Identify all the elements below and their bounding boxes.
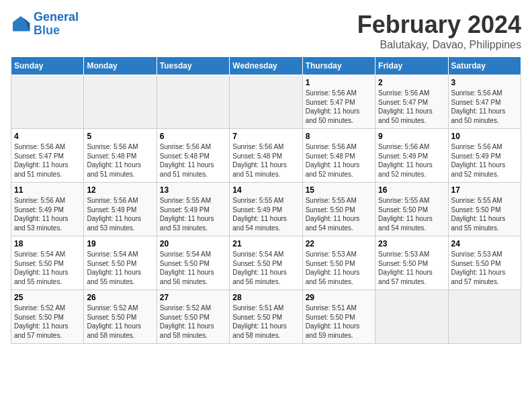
day-info: Sunrise: 5:56 AM Sunset: 5:49 PM Dayligh… (87, 196, 153, 232)
day-info: Sunrise: 5:54 AM Sunset: 5:50 PM Dayligh… (87, 250, 153, 286)
month-year: February 2024 (357, 11, 521, 39)
week-row-3: 11Sunrise: 5:56 AM Sunset: 5:49 PM Dayli… (11, 183, 521, 236)
day-info: Sunrise: 5:56 AM Sunset: 5:47 PM Dayligh… (378, 89, 445, 125)
day-number: 24 (451, 239, 518, 248)
day-number: 23 (378, 239, 445, 248)
day-number: 22 (306, 239, 372, 248)
day-cell: 21Sunrise: 5:54 AM Sunset: 5:50 PM Dayli… (230, 236, 302, 290)
day-info: Sunrise: 5:56 AM Sunset: 5:48 PM Dayligh… (87, 142, 153, 179)
day-cell: 9Sunrise: 5:56 AM Sunset: 5:49 PM Daylig… (375, 129, 448, 183)
day-number: 19 (87, 239, 153, 248)
day-number: 2 (378, 78, 445, 87)
day-number: 15 (306, 185, 372, 195)
day-cell: 7Sunrise: 5:56 AM Sunset: 5:48 PM Daylig… (230, 129, 302, 183)
day-number: 20 (160, 239, 226, 248)
day-cell: 14Sunrise: 5:55 AM Sunset: 5:49 PM Dayli… (230, 183, 302, 236)
day-number: 27 (160, 293, 226, 302)
week-row-2: 4Sunrise: 5:56 AM Sunset: 5:47 PM Daylig… (11, 129, 521, 183)
day-cell: 10Sunrise: 5:56 AM Sunset: 5:49 PM Dayli… (448, 129, 521, 183)
day-info: Sunrise: 5:52 AM Sunset: 5:50 PM Dayligh… (160, 304, 226, 340)
day-cell: 17Sunrise: 5:55 AM Sunset: 5:50 PM Dayli… (448, 183, 521, 236)
day-number: 26 (87, 293, 153, 302)
day-number: 1 (306, 78, 372, 87)
day-info: Sunrise: 5:54 AM Sunset: 5:50 PM Dayligh… (232, 250, 299, 286)
day-info: Sunrise: 5:55 AM Sunset: 5:50 PM Dayligh… (306, 196, 372, 232)
logo-icon (11, 14, 31, 34)
logo: General Blue (11, 11, 79, 38)
day-info: Sunrise: 5:55 AM Sunset: 5:50 PM Dayligh… (451, 196, 518, 232)
day-info: Sunrise: 5:56 AM Sunset: 5:48 PM Dayligh… (160, 142, 226, 179)
day-info: Sunrise: 5:54 AM Sunset: 5:50 PM Dayligh… (160, 250, 226, 286)
day-cell: 29Sunrise: 5:51 AM Sunset: 5:50 PM Dayli… (302, 290, 375, 344)
day-info: Sunrise: 5:56 AM Sunset: 5:48 PM Dayligh… (232, 142, 299, 179)
day-cell: 2Sunrise: 5:56 AM Sunset: 5:47 PM Daylig… (375, 75, 448, 129)
day-cell: 19Sunrise: 5:54 AM Sunset: 5:50 PM Dayli… (84, 236, 157, 290)
day-cell: 25Sunrise: 5:52 AM Sunset: 5:50 PM Dayli… (11, 290, 84, 344)
day-cell: 8Sunrise: 5:56 AM Sunset: 5:48 PM Daylig… (302, 129, 375, 183)
day-info: Sunrise: 5:53 AM Sunset: 5:50 PM Dayligh… (378, 250, 445, 286)
day-number: 7 (232, 132, 299, 141)
day-cell: 20Sunrise: 5:54 AM Sunset: 5:50 PM Dayli… (157, 236, 229, 290)
day-info: Sunrise: 5:54 AM Sunset: 5:50 PM Dayligh… (14, 250, 81, 286)
day-cell: 12Sunrise: 5:56 AM Sunset: 5:49 PM Dayli… (84, 183, 157, 236)
day-info: Sunrise: 5:56 AM Sunset: 5:49 PM Dayligh… (14, 196, 81, 232)
day-number: 8 (306, 132, 372, 141)
day-number: 5 (87, 132, 153, 141)
day-info: Sunrise: 5:52 AM Sunset: 5:50 PM Dayligh… (87, 304, 153, 340)
header-saturday: Saturday (448, 57, 521, 75)
day-cell: 26Sunrise: 5:52 AM Sunset: 5:50 PM Dayli… (84, 290, 157, 344)
header-monday: Monday (84, 57, 157, 75)
day-info: Sunrise: 5:56 AM Sunset: 5:47 PM Dayligh… (14, 142, 81, 179)
day-number: 29 (306, 293, 372, 302)
calendar-table: SundayMondayTuesdayWednesdayThursdayFrid… (11, 56, 521, 344)
week-row-1: 1Sunrise: 5:56 AM Sunset: 5:47 PM Daylig… (11, 75, 521, 129)
day-cell (230, 75, 302, 129)
day-info: Sunrise: 5:51 AM Sunset: 5:50 PM Dayligh… (306, 304, 372, 340)
day-number: 28 (232, 293, 299, 302)
day-cell: 1Sunrise: 5:56 AM Sunset: 5:47 PM Daylig… (302, 75, 375, 129)
day-cell: 18Sunrise: 5:54 AM Sunset: 5:50 PM Dayli… (11, 236, 84, 290)
day-number: 12 (87, 185, 153, 195)
day-cell (448, 290, 521, 344)
header-tuesday: Tuesday (157, 57, 229, 75)
day-cell: 5Sunrise: 5:56 AM Sunset: 5:48 PM Daylig… (84, 129, 157, 183)
week-row-4: 18Sunrise: 5:54 AM Sunset: 5:50 PM Dayli… (11, 236, 521, 290)
day-cell (84, 75, 157, 129)
day-cell: 3Sunrise: 5:56 AM Sunset: 5:47 PM Daylig… (448, 75, 521, 129)
day-cell: 27Sunrise: 5:52 AM Sunset: 5:50 PM Dayli… (157, 290, 229, 344)
day-cell: 23Sunrise: 5:53 AM Sunset: 5:50 PM Dayli… (375, 236, 448, 290)
day-number: 17 (451, 185, 518, 195)
page-header: General Blue February 2024 Balutakay, Da… (11, 11, 521, 51)
header-row: SundayMondayTuesdayWednesdayThursdayFrid… (11, 57, 521, 75)
header-thursday: Thursday (302, 57, 375, 75)
day-cell: 11Sunrise: 5:56 AM Sunset: 5:49 PM Dayli… (11, 183, 84, 236)
day-cell: 16Sunrise: 5:55 AM Sunset: 5:50 PM Dayli… (375, 183, 448, 236)
day-number: 10 (451, 132, 518, 141)
day-number: 6 (160, 132, 226, 141)
day-number: 21 (232, 239, 299, 248)
day-number: 13 (160, 185, 226, 195)
day-info: Sunrise: 5:56 AM Sunset: 5:48 PM Dayligh… (306, 142, 372, 179)
day-info: Sunrise: 5:53 AM Sunset: 5:50 PM Dayligh… (451, 250, 518, 286)
logo-text: General Blue (34, 11, 79, 38)
day-number: 16 (378, 185, 445, 195)
week-row-5: 25Sunrise: 5:52 AM Sunset: 5:50 PM Dayli… (11, 290, 521, 344)
day-number: 25 (14, 293, 81, 302)
day-number: 3 (451, 78, 518, 87)
day-cell: 4Sunrise: 5:56 AM Sunset: 5:47 PM Daylig… (11, 129, 84, 183)
day-cell: 6Sunrise: 5:56 AM Sunset: 5:48 PM Daylig… (157, 129, 229, 183)
day-info: Sunrise: 5:56 AM Sunset: 5:49 PM Dayligh… (378, 142, 445, 179)
day-info: Sunrise: 5:56 AM Sunset: 5:49 PM Dayligh… (451, 142, 518, 179)
day-info: Sunrise: 5:52 AM Sunset: 5:50 PM Dayligh… (14, 304, 81, 340)
day-info: Sunrise: 5:55 AM Sunset: 5:49 PM Dayligh… (232, 196, 299, 232)
header-friday: Friday (375, 57, 448, 75)
day-number: 11 (14, 185, 81, 195)
title-block: February 2024 Balutakay, Davao, Philippi… (357, 11, 521, 51)
header-sunday: Sunday (11, 57, 84, 75)
header-wednesday: Wednesday (230, 57, 302, 75)
day-info: Sunrise: 5:55 AM Sunset: 5:50 PM Dayligh… (378, 196, 445, 232)
day-cell: 13Sunrise: 5:55 AM Sunset: 5:49 PM Dayli… (157, 183, 229, 236)
day-info: Sunrise: 5:56 AM Sunset: 5:47 PM Dayligh… (451, 89, 518, 125)
day-number: 9 (378, 132, 445, 141)
day-cell: 28Sunrise: 5:51 AM Sunset: 5:50 PM Dayli… (230, 290, 302, 344)
